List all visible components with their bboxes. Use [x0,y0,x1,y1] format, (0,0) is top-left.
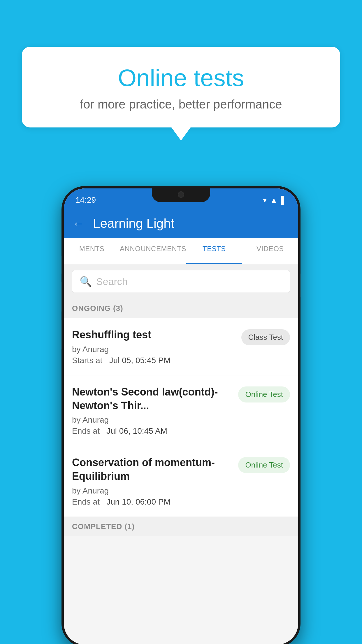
volume-mute-button [61,256,62,274]
test-item-title: Reshuffling test [72,328,237,342]
ongoing-section-header: ONGOING (3) [64,299,298,318]
test-badge-online: Online Test [238,457,290,473]
search-placeholder: Search [96,276,128,287]
tab-announcements[interactable]: ANNOUNCEMENTS [120,238,186,264]
speech-bubble-title: Online tests [34,64,328,92]
volume-up-button [61,282,62,312]
date-value: Jul 06, 10:45 AM [106,426,167,435]
test-item-author: by Anurag [72,415,234,425]
test-item-content: Conservation of momentum-Equilibrium by … [72,456,234,507]
tab-tests[interactable]: TESTS [186,238,242,264]
list-item[interactable]: Newton's Second law(contd)-Newton's Thir… [64,375,298,446]
tab-ments[interactable]: MENTS [64,238,120,264]
back-button[interactable]: ← [73,217,84,230]
front-camera [178,191,184,198]
app-title: Learning Light [93,216,174,231]
phone-frame: 14:29 ▾ ▲ ▌ ← Learning Light MENTS ANNOU… [61,186,301,644]
test-item-content: Newton's Second law(contd)-Newton's Thir… [72,385,234,436]
battery-icon: ▌ [281,196,287,205]
date-label: Ends at [72,426,100,435]
completed-section-header: COMPLETED (1) [64,517,298,536]
test-item-title: Conservation of momentum-Equilibrium [72,456,234,483]
test-item-content: Reshuffling test by Anurag Starts at Jul… [72,328,237,365]
phone-notch [152,186,210,202]
date-label: Starts at [72,356,102,365]
tabs-bar: MENTS ANNOUNCEMENTS TESTS VIDEOS [64,238,298,264]
test-item-title: Newton's Second law(contd)-Newton's Thir… [72,385,234,413]
date-label: Ends at [72,497,100,506]
test-item-date: Ends at Jul 06, 10:45 AM [72,426,234,436]
speech-bubble-subtitle: for more practice, better performance [34,97,328,111]
search-bar: 🔍 Search [64,264,298,299]
test-badge-online: Online Test [238,386,290,402]
app-header: ← Learning Light [64,209,298,238]
power-button [300,274,301,297]
search-icon: 🔍 [80,276,92,287]
signal-icon: ▲ [270,196,278,205]
list-item[interactable]: Conservation of momentum-Equilibrium by … [64,446,298,517]
status-icons: ▾ ▲ ▌ [263,196,287,205]
test-list: Reshuffling test by Anurag Starts at Jul… [64,318,298,517]
date-value: Jun 10, 06:00 PM [106,497,170,506]
wifi-icon: ▾ [263,196,267,205]
search-input-wrap[interactable]: 🔍 Search [72,270,290,293]
test-badge-class: Class Test [241,329,290,345]
tab-videos[interactable]: VIDEOS [242,238,298,264]
test-item-date: Ends at Jun 10, 06:00 PM [72,497,234,507]
date-value: Jul 05, 05:45 PM [109,356,171,365]
test-item-author: by Anurag [72,486,234,496]
phone-screen: 14:29 ▾ ▲ ▌ ← Learning Light MENTS ANNOU… [64,188,298,644]
test-item-author: by Anurag [72,345,237,354]
status-time: 14:29 [75,195,96,205]
volume-down-button [61,320,62,349]
list-item[interactable]: Reshuffling test by Anurag Starts at Jul… [64,318,298,375]
speech-bubble: Online tests for more practice, better p… [22,47,340,127]
test-item-date: Starts at Jul 05, 05:45 PM [72,356,237,365]
